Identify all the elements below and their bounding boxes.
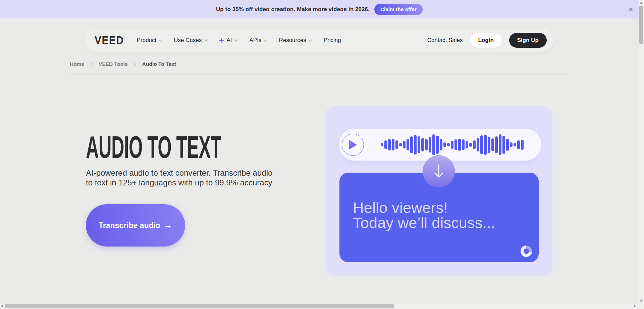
promo-text: Up to 35% off video creation. Make more … (216, 6, 370, 13)
play-button[interactable] (342, 134, 364, 156)
waveform-bar (381, 143, 383, 146)
chevron-right-icon (134, 62, 136, 66)
nav-item-apis[interactable]: APIs (250, 37, 268, 44)
waveform-bar (514, 143, 516, 146)
waveform-bar (436, 136, 439, 154)
chevron-right-icon (90, 62, 93, 66)
nav-item-label: AI (226, 37, 232, 44)
vertical-scrollbar[interactable] (639, 0, 644, 309)
waveform-bar (521, 140, 524, 150)
chevron-down-icon (234, 39, 238, 42)
waveform-bar (432, 134, 435, 155)
page-title: AUDIO TO TEXT (86, 128, 319, 166)
nav-item-ai[interactable]: AI (219, 37, 238, 44)
waveform-bar (407, 139, 409, 150)
horizontal-scrollbar-thumb[interactable] (5, 304, 394, 308)
ai-sparkle-icon (219, 38, 224, 43)
scroll-down-icon[interactable] (640, 300, 643, 302)
waveform-bar (462, 139, 465, 150)
loading-spinner-icon (521, 246, 532, 257)
nav-item-product[interactable]: Product (137, 37, 163, 44)
nav-item-label: Resources (279, 37, 306, 44)
transcript-line: Today we’ll discuss... (353, 215, 539, 230)
transcribe-audio-button[interactable]: Transcribe audio → (86, 204, 185, 247)
waveform-bar (421, 138, 424, 151)
waveform-bar (403, 141, 406, 148)
waveform-bar (473, 140, 476, 149)
waveform-bar (414, 135, 417, 154)
scrollbar-corner (639, 304, 644, 309)
nav-item-resources[interactable]: Resources (279, 37, 312, 44)
waveform-bar (418, 136, 420, 153)
signup-button[interactable]: Sign Up (509, 33, 547, 48)
nav-item-use-cases[interactable]: Use Cases (174, 37, 208, 44)
nav-item-label: APIs (250, 37, 262, 44)
close-icon[interactable]: ✕ (627, 6, 635, 13)
nav-actions: Contact Sales Login Sign Up (427, 33, 547, 48)
waveform-bar (499, 134, 501, 155)
chevron-down-icon (204, 39, 208, 42)
nav-item-label: Use Cases (174, 37, 202, 44)
horizontal-scrollbar[interactable] (0, 304, 639, 309)
waveform-bar (484, 135, 487, 155)
waveform-bar (399, 143, 402, 146)
chevron-down-icon (159, 39, 162, 42)
waveform-bar (392, 139, 394, 150)
chevron-down-icon (309, 39, 312, 42)
waveform-bar (469, 143, 472, 147)
waveform-bar (451, 141, 453, 149)
download-arrow-badge (423, 155, 455, 187)
scroll-right-icon[interactable] (634, 305, 636, 308)
waveform-bar (495, 136, 498, 153)
waveform-bar (447, 143, 450, 146)
waveform-bar (443, 142, 446, 147)
hero-subtitle: AI-powered audio to text converter. Tran… (86, 168, 272, 187)
breadcrumb-veed-tools[interactable]: VEED Tools (99, 61, 128, 67)
contact-sales-link[interactable]: Contact Sales (427, 37, 463, 44)
breadcrumb: Home VEED Tools Audio To Text (70, 61, 176, 67)
waveform-bar (429, 137, 431, 152)
waveform-bar (425, 139, 428, 150)
claim-offer-button[interactable]: Claim the offer (374, 4, 423, 15)
waveform-bar (480, 135, 483, 154)
arrow-right-icon: → (164, 220, 172, 230)
chevron-down-icon (264, 39, 267, 42)
waveform-bar (502, 136, 505, 154)
illustration-card: Hello viewers! Today we’ll discuss... (325, 106, 552, 276)
waveform-bar (466, 141, 468, 148)
waveform-bar (477, 138, 479, 151)
waveform-bar (506, 139, 509, 151)
divider (69, 74, 567, 75)
waveform-bar (491, 138, 494, 151)
play-icon (348, 140, 357, 150)
nav-item-label: Product (137, 37, 157, 44)
waveform-bar (410, 136, 413, 153)
vertical-scrollbar-thumb[interactable] (639, 6, 643, 44)
scroll-up-icon[interactable] (640, 2, 643, 4)
waveform-bar (395, 140, 398, 149)
promo-banner: Up to 35% off video creation. Make more … (0, 0, 639, 18)
waveform-bar (454, 139, 457, 150)
main-navigation: VEED Product Use Cases AI APIs Resources (85, 29, 554, 52)
breadcrumb-home[interactable]: Home (70, 61, 84, 67)
scroll-left-icon[interactable] (1, 305, 3, 308)
waveform-bar (488, 137, 490, 153)
waveform-bar (440, 139, 442, 150)
audio-waveform (381, 134, 524, 156)
waveform-bar (458, 139, 461, 151)
login-button[interactable]: Login (470, 33, 502, 48)
transcribe-audio-label: Transcribe audio (99, 221, 160, 230)
transcript-line: Hello viewers! (353, 200, 539, 215)
breadcrumb-current: Audio To Text (142, 61, 176, 67)
hero-subtitle-line: AI-powered audio to text converter. Tran… (86, 168, 272, 178)
waveform-bar (384, 140, 387, 149)
veed-logo[interactable]: VEED (95, 34, 124, 47)
nav-item-label: Pricing (324, 37, 341, 44)
waveform-bar (510, 142, 513, 147)
waveform-bar (388, 139, 391, 150)
waveform-bar (517, 140, 520, 149)
arrow-down-icon (430, 163, 447, 180)
nav-item-pricing[interactable]: Pricing (324, 37, 341, 44)
nav-menu: Product Use Cases AI APIs Resources Pric… (137, 37, 341, 44)
hero-subtitle-line: to text in 125+ languages with up to 99.… (86, 178, 272, 187)
